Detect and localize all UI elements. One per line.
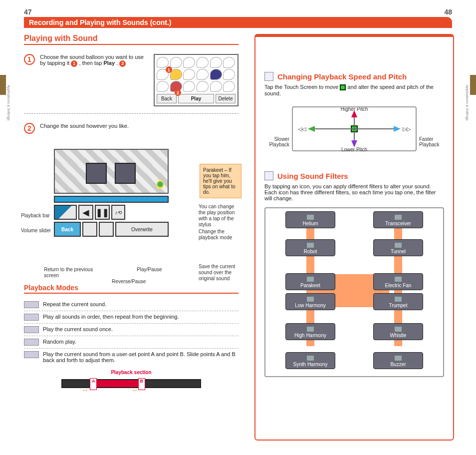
mode-once-icon (24, 326, 39, 333)
filters-text: By tapping an icon, you can apply differ… (264, 183, 444, 201)
section-playing-with-sound: Playing with Sound (24, 34, 238, 45)
filter-whistle[interactable]: Whistle (373, 323, 423, 340)
filter-low-harmony[interactable]: Low Harmony (285, 293, 335, 310)
label-playpos: You can change the play position with a … (199, 204, 241, 228)
pitch-speed-diagram[interactable]: ◁◁ ▷▷ (292, 106, 417, 151)
page-number-right: 48 (444, 8, 452, 16)
filter-robot[interactable]: Robot (285, 239, 335, 256)
label-faster: Faster Playback (419, 136, 449, 147)
mode-repeat-icon (24, 301, 39, 308)
side-label-left: Applications & Settings (7, 85, 10, 121)
playback-bar[interactable] (54, 196, 169, 203)
inline-badge-1: 1 (71, 60, 77, 67)
mode-ab-icon (24, 351, 39, 358)
filters-diagram: Helium Robot Parakeet Low Harmony High H… (264, 207, 444, 377)
filter-helium[interactable]: Helium (285, 211, 335, 228)
pitch-heading: Changing Playback Speed and Pitch (264, 72, 444, 81)
parakeet-tip: Parakeet – If you tap him, he'll give yo… (200, 164, 241, 198)
page-number-left: 47 (24, 8, 32, 16)
label-reverse: Reverse/Pause (112, 279, 146, 285)
reverse-button[interactable]: ◀ (78, 205, 93, 220)
side-tab-left (0, 75, 6, 95)
arrow-up-icon (351, 110, 357, 117)
filter-trumpet[interactable]: Trumpet (373, 293, 423, 310)
filter-tunnel[interactable]: Tunnel (373, 239, 423, 256)
overwrite-button[interactable]: Overwrite (115, 222, 169, 237)
playback-section-label: Playback section (24, 370, 238, 375)
filter-synth-harmony[interactable]: Synth Harmony (285, 352, 335, 369)
side-tab-right (470, 75, 476, 95)
label-volume: Volume slider (21, 228, 51, 234)
sound-editor-screenshot: ◀ ❚❚ ♪⟲ Back Overwrite (54, 149, 169, 237)
playback-modes-heading: Playback Modes (24, 284, 238, 294)
position-tool-icon[interactable] (86, 163, 107, 184)
mode-random-icon (24, 339, 39, 346)
mode-repeat: Repeat the current sound. (43, 301, 106, 307)
mode-all: Play all sounds in order, then repeat fr… (43, 314, 179, 320)
step-1-badge: 1 (24, 54, 35, 65)
label-lower-pitch: Lower Pitch (341, 147, 367, 152)
filters-section-icon (264, 171, 273, 180)
pause-button[interactable]: ❚❚ (95, 205, 110, 220)
back-button[interactable]: Back (157, 94, 177, 103)
label-return: Return to the previous screen (44, 267, 94, 279)
arrow-left-icon (308, 126, 315, 132)
delete-button[interactable]: Delete (216, 94, 236, 103)
mode-all-icon (24, 314, 39, 321)
back-button[interactable]: Back (54, 222, 81, 237)
pitch-text: Tap the Touch Screen to move and alter t… (264, 84, 444, 96)
filter-electric-fan[interactable]: Electric Fan (373, 273, 423, 290)
page-header: Recording and Playing with Sounds (cont.… (24, 17, 452, 28)
mode-ab: Play the current sound from a user-set p… (43, 351, 238, 363)
parakeet-icon[interactable] (157, 180, 164, 189)
playback-mode-button[interactable]: ♪⟲ (111, 205, 125, 220)
grid-tool-icon[interactable] (115, 163, 136, 184)
marker-a[interactable]: A (90, 378, 97, 390)
balloon-grid-screenshot: 1 Back 2Play Delete (154, 54, 238, 106)
filter-high-harmony[interactable]: High Harmony (285, 323, 335, 340)
arrow-down-icon (351, 140, 357, 147)
mode-once: Play the current sound once. (43, 326, 113, 332)
volume-slider[interactable] (54, 205, 77, 220)
label-playpause: Play/Pause (137, 267, 162, 273)
label-mode: Change the playback mode (199, 229, 241, 241)
filter-buzzer[interactable]: Buzzer (373, 352, 423, 369)
label-slower: Slower Playback (259, 136, 289, 147)
pitch-section-icon (264, 72, 273, 81)
filter-transceiver[interactable]: Transceiver (373, 211, 423, 228)
label-save: Save the current sound over the original… (199, 264, 241, 282)
green-square-icon (340, 84, 346, 90)
inline-badge-2: 2 (119, 60, 126, 67)
play-button[interactable]: 2Play (178, 94, 214, 103)
filters-heading: Using Sound Filters (264, 171, 444, 180)
ab-bar-diagram: A B ↔ ↔ (61, 379, 201, 388)
side-label-right: Applications & Settings (466, 85, 469, 121)
marker-b[interactable]: B (138, 378, 145, 390)
arrow-right-icon (394, 126, 401, 132)
play-word: Play (103, 60, 115, 66)
filter-parakeet[interactable]: Parakeet (285, 273, 335, 290)
mode-random: Random play. (43, 339, 76, 345)
label-playback-bar: Playback bar (21, 213, 50, 219)
step-2-text: Change the sound however you like. (40, 123, 129, 129)
step-2-badge: 2 (24, 123, 35, 134)
